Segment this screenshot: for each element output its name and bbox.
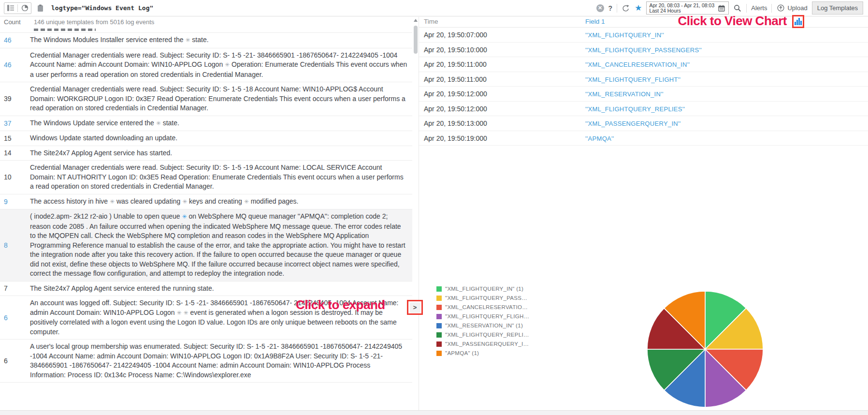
- event-count: 6: [0, 342, 30, 380]
- template-row[interactable]: 15Windows Update started downloading an …: [0, 131, 412, 146]
- clipboard-icon[interactable]: [36, 4, 44, 13]
- event-time: Apr 20, 19:50:10:000: [424, 46, 487, 54]
- upload-button[interactable]: Upload: [776, 4, 807, 13]
- clipped-row-remnant: [0, 28, 412, 33]
- legend-item[interactable]: "XML_CANCELRESERVATIO…: [436, 304, 529, 310]
- favorite-star-icon[interactable]: ★: [635, 4, 642, 12]
- event-field-link[interactable]: ''XML_PASSENGERQUERY_IN'': [585, 120, 681, 127]
- divider: [746, 4, 747, 13]
- field-column-header[interactable]: Field 1: [585, 18, 605, 25]
- event-count: 14: [0, 148, 30, 158]
- template-row[interactable]: 46Credential Manager credentials were re…: [0, 48, 412, 83]
- event-time: Apr 20, 19:50:13:000: [424, 119, 487, 127]
- event-count: 39: [0, 85, 30, 113]
- legend-label: "XML_FLIGHTQUERY_REPLI…: [445, 332, 529, 338]
- legend-swatch: [436, 296, 442, 301]
- template-message: The Windows Modules Installer service en…: [30, 35, 407, 45]
- legend-swatch: [436, 323, 442, 328]
- template-message: Windows Update started downloading an up…: [30, 133, 407, 143]
- divider: [17, 4, 18, 12]
- time-range-value: Apr 20, 08:03 - Apr 21, 08:03: [649, 3, 714, 8]
- legend-swatch: [436, 351, 442, 356]
- event-time: Apr 20, 19:50:11:000: [424, 60, 487, 68]
- template-list-view-icon[interactable]: [6, 4, 15, 13]
- legend-label: "XML_CANCELRESERVATIO…: [445, 304, 528, 310]
- legend-item[interactable]: "XML_FLIGHTQUERY_PASS…: [436, 295, 529, 301]
- template-row[interactable]: 7The Site24x7 Applog Agent service enter…: [0, 282, 412, 296]
- event-time: Apr 20, 19:50:12:000: [424, 105, 487, 113]
- legend-item[interactable]: "XML_PASSENGERQUERY_I…: [436, 341, 529, 347]
- templates-summary: 146 unique templates from 5016 log event…: [34, 18, 154, 26]
- template-message: The Windows Update service entered the ✳…: [30, 119, 407, 129]
- legend-item[interactable]: "XML_FLIGHTQUERY_IN" (1): [436, 286, 529, 292]
- event-row[interactable]: Apr 20, 19:50:19:000''APMQA'': [419, 131, 868, 146]
- legend-item[interactable]: "XML_FLIGHTQUERY_FLIGH…: [436, 313, 529, 319]
- log-templates-panel: Count 146 unique templates from 5016 log…: [0, 17, 412, 410]
- legend-label: "XML_RESERVATION_IN" (1): [445, 323, 523, 328]
- alerts-button[interactable]: Alerts: [751, 4, 767, 12]
- pie-view-icon[interactable]: [20, 4, 29, 13]
- event-count[interactable]: 9: [0, 197, 30, 207]
- template-row[interactable]: 39Credential Manager credentials were re…: [0, 82, 412, 116]
- expand-chevron-icon[interactable]: >: [410, 302, 420, 313]
- event-time: Apr 20, 19:50:11:000: [424, 75, 487, 83]
- event-count[interactable]: 46: [0, 35, 30, 45]
- event-count: 15: [0, 133, 30, 143]
- event-row[interactable]: Apr 20, 19:50:13:000''XML_PASSENGERQUERY…: [419, 116, 868, 131]
- app-window: logtype="Windows Event Log" ✕ ? ★ Apr 20…: [0, 0, 868, 415]
- search-query-input[interactable]: logtype="Windows Event Log": [51, 4, 153, 12]
- event-row[interactable]: Apr 20, 19:50:11:000''XML_CANCELRESERVAT…: [419, 57, 868, 72]
- count-column-header: Count: [4, 18, 21, 26]
- event-field-link[interactable]: ''XML_FLIGHTQUERY_IN'': [585, 31, 664, 39]
- event-field-link[interactable]: ''XML_FLIGHTQUERY_REPLIES'': [585, 105, 685, 113]
- legend-label: "XML_FLIGHTQUERY_IN" (1): [445, 286, 523, 292]
- scroll-up-icon[interactable]: [414, 19, 418, 22]
- legend-swatch: [436, 332, 442, 338]
- bottom-strip: [0, 410, 868, 415]
- legend-swatch: [436, 341, 442, 347]
- event-field-link[interactable]: ''XML_CANCELRESERVATION_IN'': [585, 61, 690, 68]
- template-row[interactable]: 14The Site24x7 Applog Agent service has …: [0, 146, 412, 161]
- legend-item[interactable]: "XML_FLIGHTQUERY_REPLI…: [436, 332, 529, 338]
- event-row[interactable]: Apr 20, 19:50:10:000''XML_FLIGHTQUERY_PA…: [419, 43, 868, 58]
- template-row[interactable]: 37The Windows Update service entered the…: [0, 116, 412, 132]
- templates-header: Count 146 unique templates from 5016 log…: [0, 17, 412, 28]
- bar-chart-icon[interactable]: [795, 18, 802, 25]
- template-row[interactable]: 46The Windows Modules Installer service …: [0, 33, 412, 48]
- event-count[interactable]: 8: [0, 212, 30, 279]
- legend-label: "APMQA" (1): [445, 350, 479, 356]
- share-icon[interactable]: [622, 4, 630, 13]
- event-field-link[interactable]: ''XML_RESERVATION_IN'': [585, 90, 664, 98]
- scrollbar-thumb[interactable]: [414, 26, 418, 54]
- legend-label: "XML_PASSENGERQUERY_I…: [445, 341, 529, 347]
- event-row[interactable]: Apr 20, 19:50:12:000''XML_FLIGHTQUERY_RE…: [419, 102, 868, 117]
- template-message: ( inode2.apm- 2k12 r2-aio ) Unable to op…: [30, 212, 407, 279]
- template-row[interactable]: 8( inode2.apm- 2k12 r2-aio ) Unable to o…: [0, 209, 412, 282]
- template-row[interactable]: 9The access history in hive ✳ was cleare…: [0, 194, 412, 210]
- event-count[interactable]: 37: [0, 119, 30, 129]
- clear-query-icon[interactable]: ✕: [596, 4, 604, 12]
- vertical-scrollbar[interactable]: [412, 17, 419, 410]
- event-count[interactable]: 6: [0, 298, 30, 337]
- divider: [617, 4, 617, 13]
- legend-item[interactable]: "APMQA" (1): [436, 350, 529, 356]
- event-time: Apr 20, 19:50:19:000: [424, 134, 487, 142]
- event-row[interactable]: Apr 20, 19:50:11:000''XML_FLIGHTQUERY_FL…: [419, 72, 868, 87]
- time-range-picker[interactable]: Apr 20, 08:03 - Apr 21, 08:03 Last 24 Ho…: [646, 1, 729, 15]
- event-field-link[interactable]: ''XML_FLIGHTQUERY_PASSENGERS'': [585, 46, 702, 54]
- template-row[interactable]: 10Credential Manager credentials were re…: [0, 161, 412, 194]
- view-chart-highlight-box: [792, 15, 804, 28]
- legend-item[interactable]: "XML_RESERVATION_IN" (1): [436, 323, 529, 328]
- log-templates-button[interactable]: Log Templates: [812, 1, 863, 15]
- event-count[interactable]: 46: [0, 51, 30, 80]
- help-icon[interactable]: ?: [608, 4, 613, 12]
- event-field-link[interactable]: ''XML_FLIGHTQUERY_FLIGHT'': [585, 76, 680, 83]
- divider: [771, 4, 772, 13]
- search-icon[interactable]: [733, 4, 742, 13]
- view-toggle-group: [4, 2, 31, 14]
- legend-swatch: [436, 314, 442, 319]
- template-row[interactable]: 6A user's local group membership was enu…: [0, 340, 412, 383]
- event-row[interactable]: Apr 20, 19:50:12:000''XML_RESERVATION_IN…: [419, 87, 868, 102]
- event-field-link[interactable]: ''APMQA'': [585, 135, 614, 142]
- event-row[interactable]: Apr 20, 19:50:07:000''XML_FLIGHTQUERY_IN…: [419, 28, 868, 43]
